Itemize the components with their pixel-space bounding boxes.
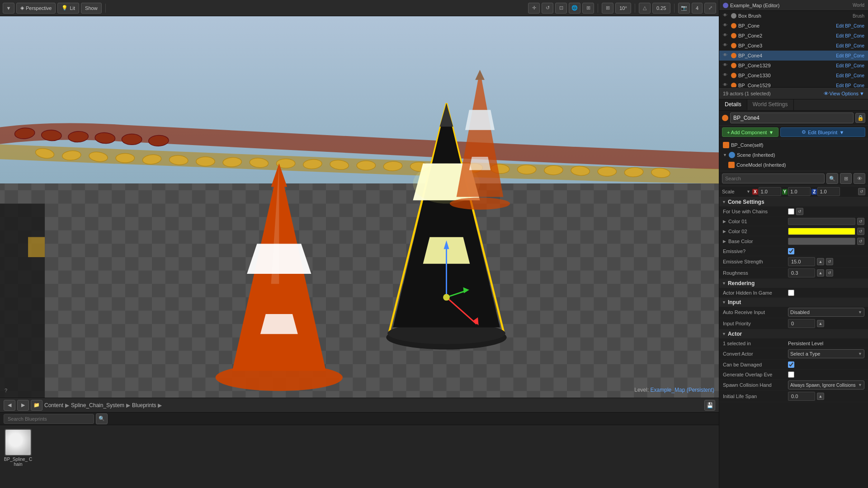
edit-blueprint-btn[interactable]: ⚙ Edit Blueprint ▼ [780,127,865,137]
outliner-item-bpcone2[interactable]: 👁 BP_Cone2 Edit BP_Cone [719,31,868,41]
details-search-input[interactable] [722,174,825,183]
outliner-item-bpcone1529[interactable]: 👁 BP_Cone1529 Edit BP_Cone [719,80,868,87]
input-priority-input[interactable] [788,319,815,328]
component-scene[interactable]: ▼ Scene (Inherited) [719,150,868,160]
eye-filter-btn[interactable]: 👁 [854,173,865,184]
show-btn[interactable]: Show [81,3,102,14]
roughness-inc[interactable]: ▲ [817,269,824,277]
component-cone-model[interactable]: ConeModel (Inherited) [719,160,868,170]
convert-actor-arrow: ▼ [858,352,862,356]
actor-hidden-checkbox[interactable] [788,290,794,296]
maximize-btn[interactable]: ⤢ [704,3,716,14]
generate-overlap-checkbox[interactable] [788,371,794,378]
prop-initial-life: Initial Life Span ▲ [719,391,868,402]
item-action-bpcone[interactable]: Edit BP_Cone [836,23,864,28]
auto-receive-dropdown[interactable]: Disabled ▼ [788,308,864,317]
cb-breadcrumb-spline[interactable]: Spline_Chain_System [71,402,124,408]
cb-save-btn[interactable]: 💾 [704,400,715,411]
actor-lock-btn[interactable]: 🔒 [855,113,865,123]
outliner-item-boxbrush[interactable]: 👁 Box Brush Brush [719,11,868,21]
item-action-bpcone1330[interactable]: Edit BP_Cone [836,73,864,78]
svg-marker-59 [465,110,495,130]
view-options-btn[interactable]: 👁 View Options ▼ [824,91,865,96]
lit-btn[interactable]: 💡 Lit [57,3,79,14]
initial-life-inc[interactable]: ▲ [817,393,824,400]
grid-snap-btn[interactable]: 10° [615,3,631,14]
rendering-header[interactable]: ▼ Rendering [719,279,868,288]
scale-reset-btn[interactable]: ↺ [858,188,865,195]
cb-search-icon[interactable]: 🔍 [96,413,108,424]
initial-life-input[interactable] [788,392,815,401]
cone-settings-header[interactable]: ▼ Cone Settings [719,197,868,206]
show-label: Show [85,5,98,11]
input-priority-inc[interactable]: ▲ [817,320,824,327]
roughness-input[interactable] [788,268,815,277]
z-value[interactable] [817,187,840,196]
color02-reset[interactable]: ↺ [857,228,864,235]
scale-snap-btn[interactable]: 0.25 [652,3,670,14]
item-action-bpcone2[interactable]: Edit BP_Cone [836,33,864,38]
surface-snapping-btn[interactable]: ⊞ [582,3,594,14]
outliner-item-bpcone3[interactable]: 👁 BP_Cone3 Edit BP_Cone [719,41,868,51]
actor-name-input[interactable] [730,113,854,123]
grid-view-btn[interactable]: ⊞ [840,173,852,184]
search-row: 🔍 ⊞ 👁 [719,171,868,186]
for-use-chains-reset[interactable]: ↺ [796,208,803,215]
item-name-bpcone4: BP_Cone4 [738,53,834,58]
viewport[interactable]: Level: Example_Map (Persistent) ? [0,16,719,398]
svg-point-23 [357,161,375,170]
component-self[interactable]: BP_Cone(self) [719,140,868,150]
cb-breadcrumb-content[interactable]: Content [44,402,63,408]
for-use-chains-checkbox[interactable] [788,208,794,215]
y-value[interactable] [788,187,811,196]
emissive-strength-inc[interactable]: ▲ [817,258,824,265]
transform-scale-btn[interactable]: ⊡ [555,3,567,14]
roughness-reset[interactable]: ↺ [826,269,833,277]
svg-point-14 [116,154,134,163]
cb-forward-btn[interactable]: ▶ [17,400,29,411]
item-action-bpcone1329[interactable]: Edit BP_Cone [836,63,864,68]
convert-actor-label: Convert Actor [723,351,786,357]
world-local-btn[interactable]: 🌐 [569,3,580,14]
item-type-boxbrush: Brush [853,14,864,19]
cb-search-input[interactable] [4,414,94,424]
item-action-bpcone1529[interactable]: Edit BP_Cone [836,83,864,88]
transform-translate-btn[interactable]: ✛ [528,3,540,14]
emissive-strength-reset[interactable]: ↺ [826,258,833,265]
x-value[interactable] [759,187,781,196]
can-be-damaged-checkbox[interactable] [788,361,794,368]
actor-section-header[interactable]: ▼ Actor [719,329,868,338]
input-header[interactable]: ▼ Input [719,298,868,307]
outliner-item-bpcone[interactable]: 👁 BP_Cone Edit BP_Cone [719,21,868,31]
input-triangle: ▼ [722,300,726,305]
transform-rotate-btn[interactable]: ↺ [542,3,553,14]
spawn-collision-dropdown[interactable]: Always Spawn, Ignore Collisions ▼ [788,380,864,389]
outliner-item-bpcone1329[interactable]: 👁 BP_Cone1329 Edit BP_Cone [719,61,868,70]
camera-speed-btn[interactable]: 4 [692,3,703,14]
perspective-btn[interactable]: ◈ Perspective [16,3,56,14]
color01-bar[interactable] [788,218,855,225]
viewport-menu-btn[interactable]: ▼ [3,3,14,14]
color01-reset[interactable]: ↺ [857,218,864,225]
outliner-item-bpcone1330[interactable]: 👁 BP_Cone1330 Edit BP_Cone [719,70,868,80]
cb-breadcrumb-blueprints[interactable]: Blueprints [132,402,156,408]
viewport-scene [0,16,719,398]
asset-bp-spline-chain[interactable]: BP_Spline_ Chain [4,429,33,467]
base-color-bar[interactable] [788,238,855,245]
svg-marker-60 [469,157,491,170]
add-component-btn[interactable]: + Add Component ▼ [722,127,778,137]
emissive-checkbox[interactable] [788,248,794,254]
z-letter: Z [811,189,817,195]
tab-details[interactable]: Details [719,99,747,110]
base-color-reset[interactable]: ↺ [857,238,864,245]
tab-world-settings[interactable]: World Settings [747,99,794,110]
item-action-bpcone3[interactable]: Edit BP_Cone [836,43,864,48]
convert-actor-dropdown[interactable]: Select a Type ▼ [788,349,864,358]
emissive-strength-input[interactable] [788,257,815,266]
outliner-item-bpcone4[interactable]: 👁 BP_Cone4 Edit BP_Cone [719,51,868,61]
color02-bar[interactable] [788,228,855,235]
item-action-bpcone4[interactable]: Edit BP_Cone [836,53,864,58]
svg-rect-62 [0,204,45,398]
cb-sep-2: ▶ [126,402,130,408]
cb-back-btn[interactable]: ◀ [4,400,15,411]
